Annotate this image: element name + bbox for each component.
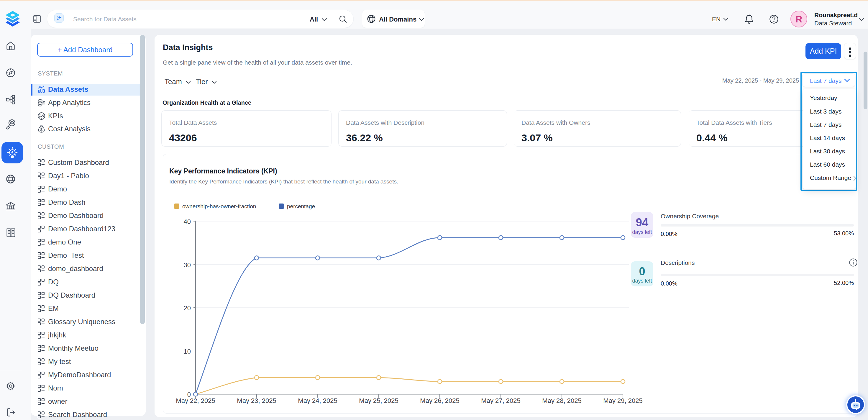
svg-text:10: 10 (184, 348, 191, 355)
svg-text:May 27, 2025: May 27, 2025 (481, 397, 520, 404)
svg-text:May 23, 2025: May 23, 2025 (237, 397, 276, 404)
svg-text:20: 20 (184, 304, 191, 312)
svg-text:40: 40 (184, 218, 191, 225)
svg-text:May 28, 2025: May 28, 2025 (542, 397, 581, 404)
svg-text:30: 30 (184, 261, 191, 269)
svg-text:May 29, 2025: May 29, 2025 (603, 397, 642, 404)
svg-text:May 22, 2025: May 22, 2025 (176, 397, 215, 404)
svg-text:May 25, 2025: May 25, 2025 (359, 397, 398, 404)
svg-text:May 24, 2025: May 24, 2025 (298, 397, 337, 404)
svg-text:May 26, 2025: May 26, 2025 (420, 397, 459, 404)
